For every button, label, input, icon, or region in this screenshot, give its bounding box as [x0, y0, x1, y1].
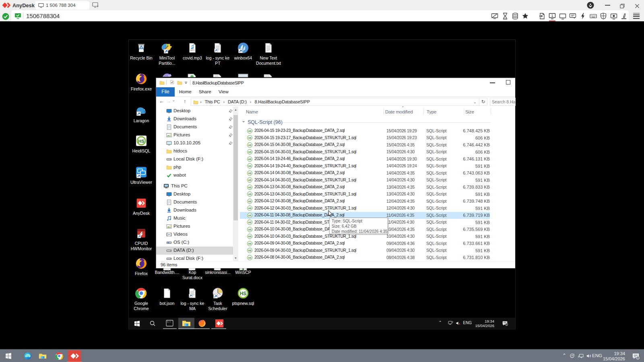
svg-text:MP3: MP3	[190, 49, 194, 51]
svg-text:1: 1	[637, 356, 639, 359]
svg-text:C:\: C:\	[167, 321, 171, 323]
svg-text:1: 1	[551, 14, 553, 18]
svg-text:HS: HS	[240, 291, 247, 296]
svg-text:HS: HS	[138, 139, 144, 144]
